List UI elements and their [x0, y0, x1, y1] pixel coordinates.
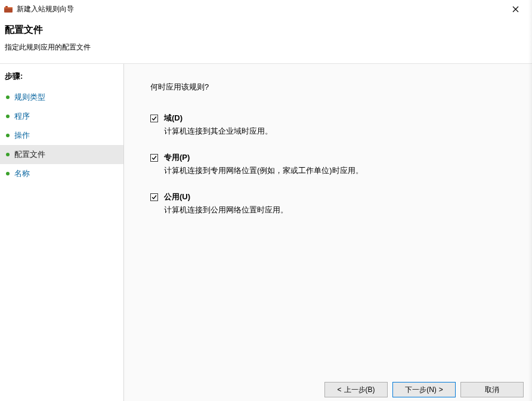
- back-label: 上一步(B): [344, 385, 375, 395]
- window-right-shadow: [528, 0, 532, 401]
- cancel-label: 取消: [485, 385, 499, 395]
- checkbox-label: 域(D): [164, 113, 183, 124]
- step-label: 配置文件: [14, 149, 45, 160]
- checkbox-row-public: 公用(U) 计算机连接到公用网络位置时应用。: [150, 192, 520, 215]
- chevron-left-icon: <: [337, 385, 341, 394]
- step-label: 操作: [14, 130, 30, 141]
- page-subtitle: 指定此规则应用的配置文件: [5, 42, 527, 53]
- checkbox-label: 专用(P): [164, 152, 190, 163]
- checkbox-row-private: 专用(P) 计算机连接到专用网络位置(例如，家或工作单位)时应用。: [150, 152, 520, 176]
- step-label: 名称: [14, 168, 30, 179]
- steps-sidebar: 步骤: 规则类型 程序 操作 配置文件 名称: [0, 64, 124, 401]
- checkbox-private[interactable]: [150, 154, 158, 162]
- step-label: 规则类型: [14, 92, 45, 103]
- cancel-button[interactable]: 取消: [460, 382, 524, 397]
- step-action[interactable]: 操作: [0, 126, 123, 145]
- step-rule-type[interactable]: 规则类型: [0, 88, 123, 107]
- close-icon: [512, 6, 519, 13]
- step-profile[interactable]: 配置文件: [0, 145, 123, 164]
- bullet-icon: [6, 172, 10, 175]
- bullet-icon: [6, 95, 10, 99]
- check-icon: [151, 194, 157, 200]
- titlebar: 新建入站规则向导: [0, 0, 532, 18]
- step-label: 程序: [14, 111, 30, 122]
- checkbox-row-domain: 域(D) 计算机连接到其企业域时应用。: [150, 113, 520, 137]
- step-name[interactable]: 名称: [0, 164, 123, 183]
- content-prompt: 何时应用该规则?: [150, 82, 520, 92]
- checkbox-label: 公用(U): [164, 192, 190, 202]
- svg-rect-2: [5, 6, 8, 8]
- checkbox-desc: 计算机连接到其企业域时应用。: [164, 126, 520, 137]
- bullet-icon: [6, 153, 10, 156]
- wizard-content: 何时应用该规则? 域(D) 计算机连接到其企业域时应用。 专用(P): [124, 64, 532, 401]
- checkbox-desc: 计算机连接到专用网络位置(例如，家或工作单位)时应用。: [164, 165, 520, 176]
- page-title: 配置文件: [5, 24, 527, 36]
- steps-heading: 步骤:: [0, 71, 123, 88]
- wizard-header: 配置文件 指定此规则应用的配置文件: [0, 18, 532, 63]
- app-icon: [4, 4, 13, 14]
- check-icon: [151, 115, 157, 122]
- checkbox-public[interactable]: [150, 193, 158, 201]
- checkbox-desc: 计算机连接到公用网络位置时应用。: [164, 205, 520, 215]
- wizard-footer: < 上一步(B) 下一步(N) > 取消: [324, 382, 524, 397]
- checkbox-domain[interactable]: [150, 115, 158, 122]
- next-button[interactable]: 下一步(N) >: [392, 382, 456, 397]
- back-button[interactable]: < 上一步(B): [324, 382, 388, 397]
- bullet-icon: [6, 134, 10, 137]
- check-icon: [151, 155, 157, 161]
- next-label: 下一步(N): [405, 385, 437, 395]
- step-program[interactable]: 程序: [0, 107, 123, 126]
- close-button[interactable]: [503, 1, 527, 17]
- window-title: 新建入站规则向导: [17, 4, 503, 14]
- wizard-body: 步骤: 规则类型 程序 操作 配置文件 名称 何时应用该规则?: [0, 63, 532, 401]
- bullet-icon: [6, 115, 10, 118]
- chevron-right-icon: >: [439, 385, 443, 394]
